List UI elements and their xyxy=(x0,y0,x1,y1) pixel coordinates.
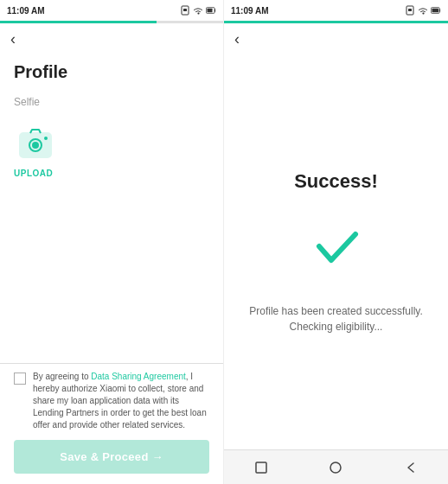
right-nav-bar xyxy=(224,449,448,484)
checkmark-icon xyxy=(310,220,362,276)
left-time: 11:09 AM xyxy=(7,6,45,16)
agreement-link[interactable]: Data Sharing Agreement xyxy=(91,372,186,381)
nav-home-icon[interactable] xyxy=(328,460,343,475)
svg-point-7 xyxy=(44,137,48,140)
agreement-checkbox[interactable] xyxy=(14,373,26,385)
svg-rect-1 xyxy=(183,9,187,11)
right-wifi-icon xyxy=(418,5,428,16)
left-bottom-section: By agreeing to Data Sharing Agreement, I… xyxy=(0,363,223,484)
svg-point-13 xyxy=(330,462,341,473)
upload-area[interactable]: UPLOAD xyxy=(14,122,209,178)
wifi-icon xyxy=(193,5,203,16)
svg-rect-11 xyxy=(432,9,439,13)
agreement-row: By agreeing to Data Sharing Agreement, I… xyxy=(14,371,209,431)
save-proceed-button[interactable]: Save & Proceed → xyxy=(14,440,209,474)
camera-svg xyxy=(18,126,53,161)
success-message: Profile has been created successfully. C… xyxy=(249,303,423,334)
left-back-button[interactable]: ‹ xyxy=(0,23,223,55)
right-battery-icon xyxy=(431,5,441,16)
battery-icon xyxy=(206,5,216,16)
sim-icon xyxy=(180,5,190,16)
selfie-label: Selfie xyxy=(14,96,209,108)
left-status-icons xyxy=(180,5,216,16)
svg-rect-9 xyxy=(408,9,412,11)
svg-rect-12 xyxy=(256,462,266,473)
right-status-bar: 11:09 AM xyxy=(224,0,448,21)
right-main-content: Success! Profile has been created succes… xyxy=(224,55,448,449)
right-status-icons xyxy=(405,5,441,16)
left-main-content: Profile Selfie UPLOAD xyxy=(0,55,223,363)
right-sim-icon xyxy=(405,5,415,16)
nav-back-icon[interactable] xyxy=(403,460,419,475)
left-status-bar: 11:09 AM xyxy=(0,0,223,21)
success-title: Success! xyxy=(294,170,378,193)
camera-icon[interactable] xyxy=(14,122,57,165)
svg-rect-3 xyxy=(208,9,213,13)
page-title: Profile xyxy=(14,62,209,82)
right-panel: 11:09 AM ‹ Success! xyxy=(224,0,448,484)
right-back-button[interactable]: ‹ xyxy=(224,23,448,55)
left-panel: 11:09 AM ‹ P xyxy=(0,0,224,484)
upload-label[interactable]: UPLOAD xyxy=(14,169,53,178)
agreement-text: By agreeing to Data Sharing Agreement, I… xyxy=(33,371,209,431)
nav-square-icon[interactable] xyxy=(253,460,269,475)
right-time: 11:09 AM xyxy=(231,6,269,16)
svg-point-6 xyxy=(32,142,39,149)
